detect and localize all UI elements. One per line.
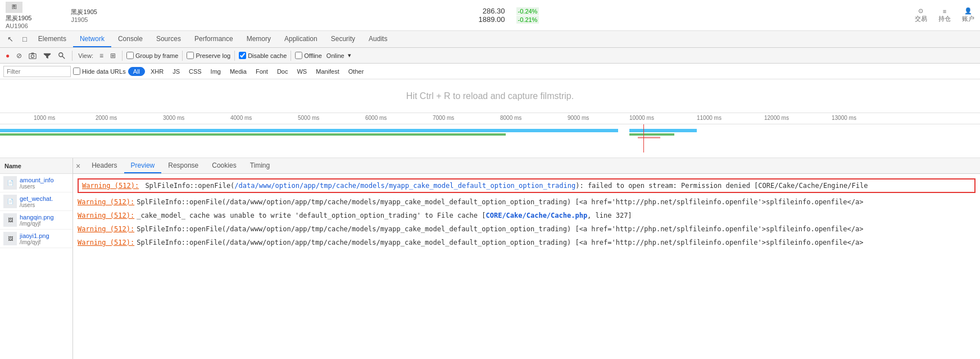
account-icon-item[interactable]: 👤 账户 <box>962 7 974 23</box>
filter-xhr[interactable]: XHR <box>147 68 167 75</box>
warning-label-4[interactable]: Warning (512): <box>78 224 134 234</box>
tab-response[interactable]: Response <box>161 159 205 173</box>
stock-price-2: 1889.00 <box>479 15 505 24</box>
list-view-button[interactable]: ≡ <box>97 50 106 61</box>
warning-label-5[interactable]: Warning (512): <box>78 237 134 248</box>
warning-label-2[interactable]: Warning (512): <box>78 197 134 207</box>
warning-label-1[interactable]: Warning (512): <box>82 182 139 190</box>
file-icon-2: 📄 <box>3 195 17 208</box>
tree-view-button[interactable]: ⊞ <box>108 50 118 61</box>
preserve-log-label: Preserve log <box>196 52 230 59</box>
top-icons: ⊙ 交易 ≡ 持仓 👤 账户 <box>915 7 974 23</box>
filter-font[interactable]: Font <box>252 68 271 75</box>
list-item[interactable]: 🖼 jiaoyi1.png /img/qyjf <box>0 230 72 248</box>
stock-code-1: AU1906 <box>6 23 31 29</box>
list-item[interactable]: 🖼 hangqin.png /img/qyjf <box>0 211 72 230</box>
tick-7000: 7000 ms <box>433 115 454 121</box>
stock-prices: 286.30 -0.24% 1889.00 -0.21% <box>479 7 539 24</box>
preserve-log-checkbox[interactable]: Preserve log <box>187 52 230 59</box>
tab-network[interactable]: Network <box>73 32 111 47</box>
filter-all[interactable]: All <box>128 67 145 76</box>
warning-line-1: Warning (512): SplFileInfo::openFile(/da… <box>78 178 976 193</box>
list-item[interactable]: 📄 get_wechat. /users <box>0 192 72 211</box>
svg-rect-2 <box>31 52 34 53</box>
hide-data-urls-input[interactable] <box>73 68 80 75</box>
filter-media[interactable]: Media <box>226 68 250 75</box>
filter-img[interactable]: Img <box>207 68 224 75</box>
panel-tab-bar: × Headers Preview Response Cookies Timin… <box>73 158 980 174</box>
preserve-log-input[interactable] <box>187 52 194 59</box>
hide-data-urls-label: Hide data URLs <box>82 68 126 75</box>
account-icon: 👤 <box>964 7 972 15</box>
devtools-tab-bar: ↖ □ Elements Network Console Sources Per… <box>0 31 980 48</box>
offline-input[interactable] <box>295 52 302 59</box>
inspect-icon[interactable]: □ <box>18 32 31 47</box>
filter-other[interactable]: Other <box>345 68 368 75</box>
list-item[interactable]: 📄 amount_info /users <box>0 174 72 192</box>
tick-8000: 8000 ms <box>500 115 521 121</box>
tab-timing[interactable]: Timing <box>243 159 277 173</box>
file-info-4: jiaoyi1.png /img/qyjf <box>20 232 49 245</box>
tab-security[interactable]: Security <box>324 32 362 47</box>
timeline-bars <box>0 124 980 152</box>
file-name-4: jiaoyi1.png <box>20 232 49 239</box>
tab-application[interactable]: Application <box>278 32 324 47</box>
tab-memory[interactable]: Memory <box>240 32 278 47</box>
tick-13000: 13000 ms <box>832 115 856 121</box>
tab-performance[interactable]: Performance <box>188 32 240 47</box>
tick-1000: 1000 ms <box>34 115 55 121</box>
tab-sources[interactable]: Sources <box>149 32 188 47</box>
disable-cache-label: Disable cache <box>248 52 287 59</box>
warning-label-3[interactable]: Warning (512): <box>78 210 134 221</box>
filter-css[interactable]: CSS <box>185 68 205 75</box>
position-label: 持仓 <box>938 15 951 23</box>
stop-button[interactable]: ⊘ <box>14 50 24 61</box>
stock-item-1: 图 黑炭1905 AU1906 <box>6 2 31 29</box>
file-list-header-label: Name <box>4 163 21 169</box>
tab-cookies[interactable]: Cookies <box>205 159 243 173</box>
separator-4 <box>234 51 235 61</box>
group-by-frame-input[interactable] <box>126 52 134 59</box>
disable-cache-input[interactable] <box>239 52 246 59</box>
record-button[interactable]: ● <box>3 50 12 61</box>
main-content: Hit Ctrl + R to reload and capture films… <box>0 79 980 359</box>
cursor-icon[interactable]: ↖ <box>3 32 18 47</box>
close-panel-button[interactable]: × <box>76 161 80 170</box>
separator-1 <box>72 51 72 61</box>
filter-button[interactable] <box>41 50 53 61</box>
offline-checkbox[interactable]: Offline <box>295 52 322 59</box>
tick-2000: 2000 ms <box>96 115 117 121</box>
preview-content[interactable]: Warning (512): SplFileInfo::openFile(/da… <box>73 174 980 359</box>
filter-js[interactable]: JS <box>169 68 183 75</box>
filter-input[interactable] <box>3 66 71 77</box>
tick-9000: 9000 ms <box>568 115 589 121</box>
file-name-3: hangqin.png <box>20 214 54 221</box>
svg-line-4 <box>62 56 65 58</box>
position-icon-item[interactable]: ≡ 持仓 <box>938 8 951 23</box>
tick-4000: 4000 ms <box>230 115 252 121</box>
timeline-bar-green-2 <box>629 133 674 136</box>
filter-ws[interactable]: WS <box>293 68 310 75</box>
warning-line-4: Warning (512): SplFileInfo::openFile(/da… <box>78 222 976 236</box>
tab-elements[interactable]: Elements <box>31 32 73 47</box>
file-icon-3: 🖼 <box>3 213 17 227</box>
trade-icon-item[interactable]: ⊙ 交易 <box>915 7 927 23</box>
dropdown-arrow-icon[interactable]: ▾ <box>348 52 351 59</box>
camera-button[interactable] <box>26 50 39 61</box>
group-by-frame-checkbox[interactable]: Group by frame <box>126 52 178 59</box>
separator-3 <box>182 51 183 61</box>
filter-doc[interactable]: Doc <box>274 68 292 75</box>
tab-preview[interactable]: Preview <box>124 159 162 173</box>
file-path-1: /users <box>20 183 54 190</box>
stock-icon-1: 图 <box>6 2 22 13</box>
file-info-3: hangqin.png /img/qyjf <box>20 214 54 227</box>
hide-data-urls-checkbox[interactable]: Hide data URLs <box>73 68 126 75</box>
tab-console[interactable]: Console <box>111 32 149 47</box>
tab-headers[interactable]: Headers <box>85 159 124 173</box>
position-icon: ≡ <box>943 8 946 15</box>
warning-text-5: SplFileInfo::openFile(/data/www/option/a… <box>137 237 863 248</box>
filter-manifest[interactable]: Manifest <box>312 68 343 75</box>
search-button[interactable] <box>56 50 68 61</box>
tab-audits[interactable]: Audits <box>362 32 394 47</box>
disable-cache-checkbox[interactable]: Disable cache <box>239 52 287 59</box>
